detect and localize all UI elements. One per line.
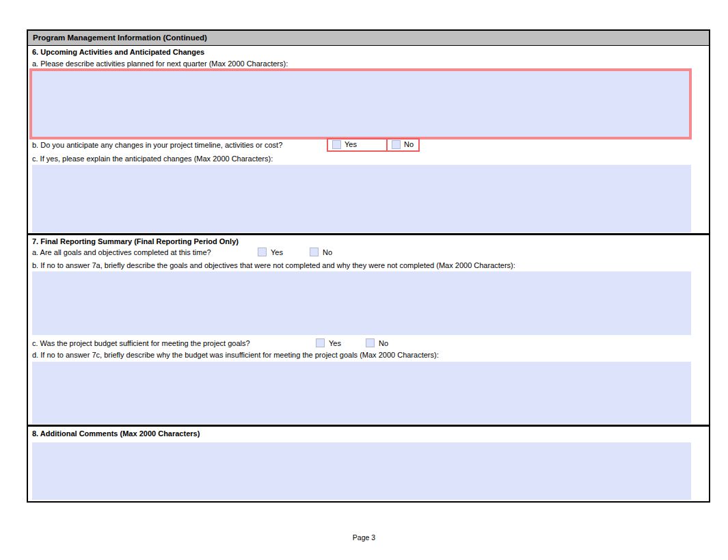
section8-separator — [27, 425, 710, 427]
form-page: Program Management Information (Continue… — [0, 0, 728, 560]
question-7b-label: b. If no to answer 7a, briefly describe … — [32, 261, 515, 269]
question-6c-label: c. If yes, please explain the anticipate… — [32, 155, 273, 163]
section8-comments-textarea[interactable] — [32, 442, 691, 500]
question-6b-label: b. Do you anticipate any changes in your… — [32, 141, 282, 149]
page-number: Page 3 — [0, 533, 728, 542]
section7-title: 7. Final Reporting Summary (Final Report… — [32, 237, 239, 245]
question-6b-no-label: No — [404, 140, 414, 148]
question-6b-required-group: Yes No — [327, 138, 420, 152]
question-6a-label: a. Please describe activities planned fo… — [32, 59, 288, 68]
question-7c-no-label: No — [379, 339, 388, 347]
question-7a-no-checkbox[interactable] — [310, 248, 319, 256]
question-7c-no-checkbox[interactable] — [366, 338, 375, 347]
question-6b-no-cell: No — [388, 139, 418, 150]
question-7d-textarea[interactable] — [32, 362, 691, 424]
question-6b-no-checkbox[interactable] — [392, 140, 401, 149]
section8-title: 8. Additional Comments (Max 2000 Charact… — [32, 429, 200, 438]
form-section-header: Program Management Information (Continue… — [28, 31, 709, 46]
question-7c-label: c. Was the project budget sufficient for… — [32, 339, 250, 347]
question-7a-yes-checkbox[interactable] — [258, 248, 267, 256]
question-7b-textarea[interactable] — [32, 271, 691, 335]
question-7d-label: d. If no to answer 7c, briefly describe … — [32, 351, 439, 359]
section7-separator — [27, 233, 710, 235]
question-6a-textarea[interactable] — [29, 68, 692, 139]
section6-title: 6. Upcoming Activities and Anticipated C… — [32, 48, 204, 56]
question-6c-textarea[interactable] — [32, 165, 691, 232]
question-7a-label: a. Are all goals and objectives complete… — [32, 248, 211, 256]
question-7c-yes-checkbox[interactable] — [316, 338, 325, 347]
question-6b-yes-cell: Yes — [328, 139, 388, 150]
question-6b-yes-label: Yes — [345, 140, 357, 148]
question-7c-yes-label: Yes — [329, 339, 341, 347]
question-7a-yes-label: Yes — [271, 248, 283, 256]
question-7a-no-label: No — [323, 248, 332, 256]
question-6b-yes-checkbox[interactable] — [332, 140, 341, 149]
